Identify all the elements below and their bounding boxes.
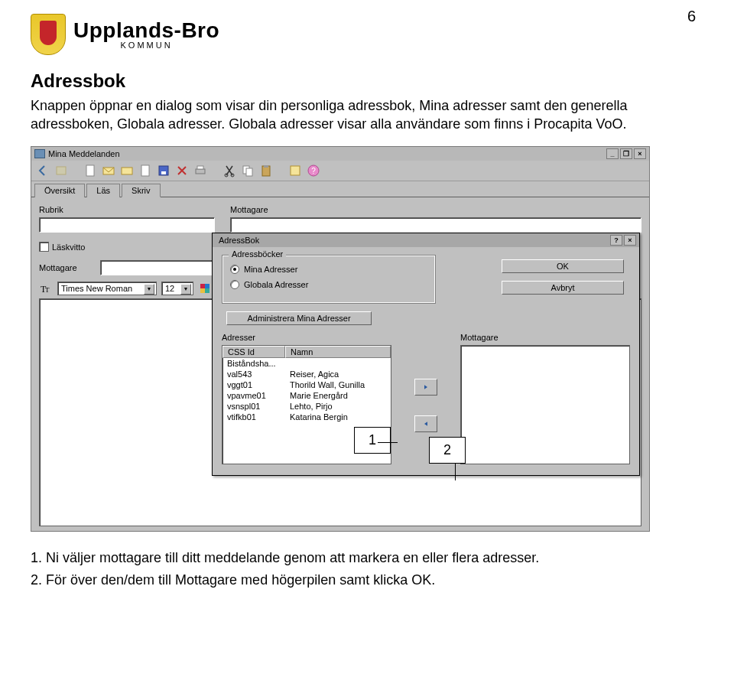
footer-step-1: 1. Ni väljer mottagare till ditt meddela… bbox=[31, 549, 703, 568]
radio-dot-icon bbox=[230, 280, 239, 289]
svg-rect-6 bbox=[161, 171, 166, 174]
window-title: Mina Meddelanden bbox=[48, 149, 602, 158]
laskvitto-checkbox[interactable] bbox=[39, 242, 49, 252]
list-item[interactable]: val543Reiser, Agica bbox=[222, 369, 391, 379]
list-item[interactable]: Biståndsha... bbox=[222, 358, 391, 369]
new-icon[interactable] bbox=[83, 164, 97, 177]
list-item[interactable]: vsnspl01Lehto, Pirjo bbox=[222, 401, 391, 412]
svg-rect-21 bbox=[205, 284, 209, 288]
svg-rect-7 bbox=[196, 169, 205, 174]
tabs: Översikt Läs Skriv bbox=[31, 181, 649, 197]
radio-mina-adresser[interactable]: Mina Adresser bbox=[230, 265, 427, 274]
help-icon[interactable]: ? bbox=[307, 164, 320, 177]
svg-rect-1 bbox=[86, 165, 94, 176]
svg-rect-20 bbox=[200, 284, 205, 288]
app-icon bbox=[34, 149, 45, 158]
svg-rect-12 bbox=[246, 168, 252, 176]
col-cssid: CSS Id bbox=[222, 346, 285, 358]
svg-rect-22 bbox=[200, 288, 205, 293]
copy-icon[interactable] bbox=[241, 164, 255, 177]
delete-icon[interactable] bbox=[175, 164, 189, 177]
list-item[interactable]: vggt01Thorild Wall, Gunilla bbox=[222, 379, 391, 390]
brand-name: Upplands-Bro bbox=[73, 20, 219, 41]
crest-icon bbox=[31, 14, 66, 55]
font-size-select[interactable]: 12 bbox=[161, 282, 193, 295]
reply-icon[interactable] bbox=[120, 164, 134, 177]
mottagare-top-label: Mottagare bbox=[230, 205, 641, 214]
adresser-listbox[interactable]: CSS Id Namn Biståndsha...val543Reiser, A… bbox=[222, 345, 391, 464]
rubrik-input[interactable] bbox=[39, 217, 215, 233]
svg-rect-4 bbox=[141, 165, 149, 176]
cancel-button[interactable]: Avbryt bbox=[502, 281, 624, 295]
move-right-button[interactable] bbox=[414, 379, 437, 396]
move-left-button[interactable] bbox=[414, 415, 437, 432]
mottagare-top-input[interactable] bbox=[230, 217, 641, 233]
svg-rect-23 bbox=[205, 288, 209, 293]
section-title: Adressbok bbox=[31, 70, 703, 92]
adresser-label: Adresser bbox=[222, 333, 391, 342]
save-icon[interactable] bbox=[157, 164, 171, 177]
page-number: 6 bbox=[687, 8, 696, 25]
tab-las[interactable]: Läs bbox=[86, 184, 120, 197]
font-name-select[interactable]: Times New Roman bbox=[57, 282, 157, 295]
tab-oversikt[interactable]: Översikt bbox=[34, 184, 85, 197]
toolbar: ? bbox=[31, 161, 649, 181]
admin-button[interactable]: Administrera Mina Adresser bbox=[226, 311, 372, 325]
mottagare-listbox[interactable] bbox=[460, 345, 630, 464]
col-namn: Namn bbox=[285, 346, 391, 358]
intro-text: Knappen öppnar en dialog som visar din p… bbox=[31, 96, 703, 134]
laskvitto-label: Läskvitto bbox=[52, 243, 85, 252]
radio-globala-adresser[interactable]: Globala Adresser bbox=[230, 280, 427, 289]
back-icon[interactable] bbox=[36, 164, 50, 177]
radio-dot-icon bbox=[230, 265, 239, 274]
dialog-help-button[interactable]: ? bbox=[610, 235, 622, 246]
mottagare-left-input[interactable] bbox=[100, 260, 222, 275]
app-window: Mina Meddelanden _ ❐ × bbox=[31, 146, 650, 532]
svg-text:?: ? bbox=[311, 167, 316, 175]
brand-header: Upplands-Bro KOMMUN bbox=[31, 14, 703, 55]
mail-icon[interactable] bbox=[102, 164, 115, 177]
rubrik-label: Rubrik bbox=[39, 205, 215, 214]
svg-text:T: T bbox=[45, 286, 50, 294]
dialog-title: AdressBok bbox=[219, 236, 259, 245]
addressbook-icon[interactable] bbox=[288, 164, 302, 177]
titlebar: Mina Meddelanden _ ❐ × bbox=[31, 147, 649, 161]
restore-button[interactable]: ❐ bbox=[620, 148, 632, 159]
paste-icon[interactable] bbox=[259, 164, 273, 177]
footer-step-2: 2. För över den/dem till Mottagare med h… bbox=[31, 571, 703, 590]
svg-rect-0 bbox=[57, 167, 66, 174]
mottagare-label: Mottagare bbox=[460, 333, 630, 342]
tab-skriv[interactable]: Skriv bbox=[122, 184, 160, 197]
svg-rect-8 bbox=[197, 166, 203, 169]
close-button[interactable]: × bbox=[634, 148, 646, 159]
dialog-close-button[interactable]: × bbox=[624, 235, 636, 246]
svg-rect-3 bbox=[122, 168, 132, 174]
list-item[interactable]: vpavme01Marie Energård bbox=[222, 390, 391, 401]
print-icon[interactable] bbox=[193, 164, 207, 177]
brand-sub: KOMMUN bbox=[73, 41, 219, 50]
page-icon[interactable] bbox=[138, 164, 152, 177]
mottagare-left-label: Mottagare bbox=[39, 263, 85, 272]
adressbok-dialog: AdressBok ? × OK Avbryt Adressböcker Min… bbox=[212, 233, 640, 476]
minimize-button[interactable]: _ bbox=[606, 148, 619, 159]
toolbar-icon[interactable] bbox=[54, 164, 68, 177]
list-item[interactable]: vtifkb01Katarina Bergin bbox=[222, 412, 391, 422]
font-tt-icon: TT bbox=[39, 282, 53, 295]
cut-icon[interactable] bbox=[222, 164, 236, 177]
svg-rect-15 bbox=[291, 166, 300, 175]
svg-rect-14 bbox=[264, 165, 268, 168]
group-label: Adressböcker bbox=[229, 249, 286, 259]
color-icon[interactable] bbox=[198, 282, 212, 295]
ok-button[interactable]: OK bbox=[502, 259, 624, 273]
